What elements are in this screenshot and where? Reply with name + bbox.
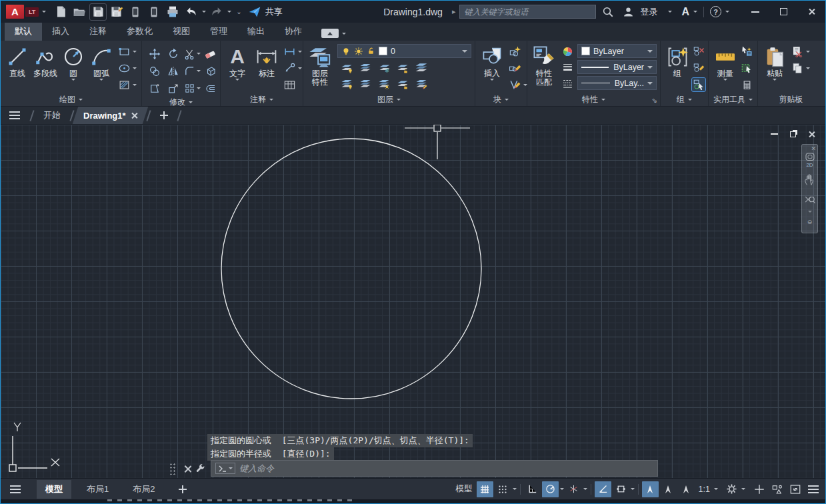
leader-caret-icon[interactable] [298,67,302,69]
steering-wheel-icon[interactable]: 2D [803,151,817,167]
panel-label-annotate[interactable]: 注释 [221,93,303,106]
object-snap-caret-icon[interactable] [631,488,635,490]
layout2-tab[interactable]: 布局2 [124,480,163,499]
copy-clip-caret-icon[interactable] [806,67,810,69]
layer-properties-button[interactable]: 图层特性 [307,44,333,93]
match-properties-button[interactable]: 特性匹配 [531,44,557,93]
move-button[interactable] [148,47,161,61]
save-button[interactable] [90,4,106,20]
model-space-button[interactable]: 模型 [453,483,475,495]
file-tab-close-icon[interactable] [131,113,137,119]
search-input[interactable] [459,5,596,19]
ortho-toggle[interactable] [524,481,541,497]
zoom-extents-icon[interactable] [803,192,816,205]
annotation-visibility-toggle[interactable] [642,481,659,497]
new-file-button[interactable] [53,4,69,20]
annotation-autoscale-toggle[interactable] [660,481,677,497]
explode-button[interactable] [204,65,217,78]
circle-caret-icon[interactable] [71,79,75,81]
layer-isolate-button[interactable] [359,61,372,75]
group-edit-button[interactable] [692,61,705,75]
dimension-linear-caret-icon[interactable] [298,51,302,53]
ribbon-minimize-button[interactable] [321,29,339,38]
text-caret-icon[interactable] [235,79,239,81]
polar-tracking-toggle[interactable] [542,481,559,497]
copy-button[interactable] [148,65,161,78]
layer-match-button[interactable] [415,77,428,91]
doc-close-button[interactable] [805,129,817,139]
array-caret-icon[interactable] [197,87,201,89]
redo-button[interactable] [209,4,225,20]
signin-label[interactable]: 登录 [640,6,657,18]
app-menu-caret-icon[interactable] [42,11,46,13]
command-input-field[interactable]: 键入命令 [211,460,658,477]
create-block-button[interactable] [508,45,521,58]
snap-caret-icon[interactable] [513,488,517,490]
layout-menu-icon[interactable] [1,485,30,493]
share-label[interactable]: 共享 [265,6,283,18]
rectangle-button[interactable] [117,45,131,58]
recent-commands-icon[interactable] [215,463,235,474]
stretch-button[interactable] [148,82,161,95]
hardware-acceleration-icon[interactable] [787,481,803,497]
panel-label-layers[interactable]: 图层 [303,93,475,106]
properties-expander-icon[interactable]: ⇘ [652,97,657,104]
share-icon[interactable] [247,4,263,20]
rotate-button[interactable] [167,47,180,61]
insert-block-button[interactable]: 插入 [479,44,505,93]
signin-caret-icon[interactable] [668,11,672,13]
insert-caret-icon[interactable] [490,79,494,81]
object-snap-tracking-toggle[interactable] [595,481,611,497]
rectangle-caret-icon[interactable] [133,51,137,53]
undo-button[interactable] [183,4,199,20]
ribbon-tab-home[interactable]: 默认 [5,23,42,41]
clean-screen-crosshair-icon[interactable] [751,481,767,497]
workspace-caret-icon[interactable] [741,488,745,490]
ribbon-tab-manage[interactable]: 管理 [200,23,237,41]
make-current-button[interactable] [415,61,428,75]
plot-button[interactable] [165,4,181,20]
cut-caret-icon[interactable] [806,51,810,53]
select-all-button[interactable] [740,61,753,75]
group-selection-toggle[interactable] [692,78,705,91]
customization-menu-icon[interactable] [805,481,821,497]
isometric-drafting-toggle[interactable] [565,481,582,497]
panel-label-clipboard[interactable]: 剪贴板 [758,93,824,106]
new-layout-button[interactable] [170,482,195,497]
trim-caret-icon[interactable] [197,53,201,55]
layer-freeze-button[interactable]: ❄ [377,61,391,75]
command-palette-close-icon[interactable] [184,465,191,472]
ribbon-minimize-caret-icon[interactable] [342,33,346,35]
layer-thaw-button[interactable] [377,77,391,91]
scale-button[interactable] [167,82,180,95]
fillet-caret-icon[interactable] [197,70,201,72]
panel-label-block[interactable]: 块 [475,93,527,106]
command-palette-grip[interactable] [169,463,176,475]
annotation-scale-icon[interactable] [678,481,695,497]
drawing-canvas[interactable]: ✕ 2D ⊖ 指定圆的圆心或 [三点(3P)/两点(2P)/切点、切点、半径(T… [1,125,825,478]
save-as-button[interactable] [109,4,125,20]
new-drawing-tab-button[interactable] [152,107,176,124]
define-attribute-button[interactable] [508,78,521,91]
search-expand-icon[interactable]: ▸ [452,7,456,16]
isometric-caret-icon[interactable] [583,488,587,490]
paste-caret-icon[interactable] [773,79,777,81]
annotation-scale-value[interactable]: 1:1 [696,485,713,494]
offset-button[interactable] [204,82,217,95]
apps-caret-icon[interactable] [693,11,697,13]
lineweight-dropdown[interactable]: ByLayer [577,60,657,74]
layer-lock-button[interactable] [396,61,409,75]
ribbon-tab-annotate[interactable]: 注释 [79,23,117,41]
layer-on-button[interactable] [340,77,353,91]
trim-button[interactable] [183,47,196,61]
annotation-scale-caret-icon[interactable] [714,488,718,490]
help-icon[interactable]: ? [710,6,721,17]
help-caret-icon[interactable] [725,11,729,13]
erase-button[interactable] [204,47,217,61]
dimension-button[interactable]: 标注 [253,44,280,93]
pan-icon[interactable] [803,173,816,186]
workspace-switching-gear-icon[interactable] [723,481,740,497]
model-tab[interactable]: 模型 [37,480,71,499]
command-customize-wrench-icon[interactable] [195,463,206,474]
arc-caret-icon[interactable] [99,79,103,81]
